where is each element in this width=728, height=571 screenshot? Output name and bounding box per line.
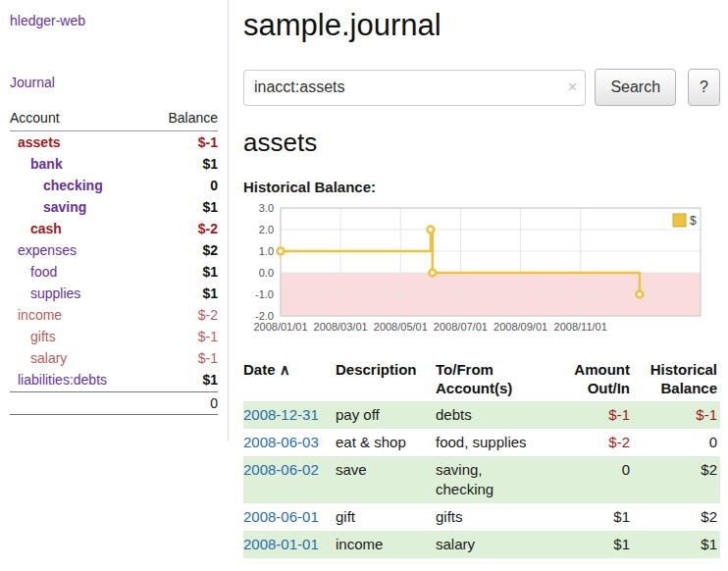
account-row-gifts: gifts$-1 (10, 326, 218, 347)
search-input[interactable] (243, 70, 586, 106)
tofrom-accounts-cell: debts (436, 401, 553, 429)
date-link[interactable]: 2008-12-31 (243, 401, 336, 429)
account-row-supplies: supplies$1 (10, 283, 218, 304)
chart-title: Historical Balance: (243, 179, 720, 195)
svg-text:2008/05/01: 2008/05/01 (374, 321, 428, 333)
chart-data-point (428, 227, 435, 234)
description-cell: pay off (336, 401, 436, 429)
amount-cell: $1 (553, 503, 630, 531)
amount-cell: $1 (553, 531, 630, 558)
tofrom-accounts-cell: salary (436, 531, 553, 558)
svg-text:0.0: 0.0 (259, 267, 274, 279)
account-balance: $-1 (198, 349, 218, 367)
account-row-checking: checking0 (10, 175, 218, 196)
column-header-to-from: To/FromAccount(s) (436, 356, 553, 401)
account-link[interactable]: income (10, 306, 62, 324)
column-header-historical: HistoricalBalance (630, 356, 720, 401)
description-cell: income (336, 531, 436, 558)
accounts-table-header: Account Balance (10, 108, 218, 131)
register-table: Date ∧DescriptionTo/FromAccount(s)Amount… (243, 356, 720, 558)
clear-search-icon[interactable]: × (567, 78, 577, 97)
account-link[interactable]: bank (10, 155, 63, 173)
main-content: sample.journal × Search ? assets Histori… (243, 0, 720, 558)
description-cell: save (336, 456, 436, 503)
brand-link[interactable]: hledger-web (10, 13, 218, 28)
nav-journal-link[interactable]: Journal (10, 75, 218, 90)
balance-chart-svg: 3.02.01.00.0-1.0-2.02008/01/012008/03/01… (243, 200, 712, 339)
search-box: × (243, 70, 586, 106)
register-row: 2008-06-01giftgifts$1$2 (243, 503, 720, 531)
account-balance: $1 (202, 263, 218, 281)
accounts-table: Account Balance assets$-1bank$1checking0… (10, 108, 218, 415)
chart-data-point (637, 291, 644, 298)
account-link[interactable]: supplies (10, 285, 80, 302)
register-row: 2008-06-02savesaving, checking0$2 (243, 456, 720, 503)
account-link[interactable]: saving (10, 198, 86, 216)
accounts-total-row: 0 (10, 391, 218, 415)
account-balance: $-2 (198, 220, 218, 237)
description-cell: gift (336, 503, 436, 531)
svg-text:2008/11/01: 2008/11/01 (554, 321, 607, 333)
account-balance: $-1 (198, 133, 218, 151)
account-column-header: Account (10, 110, 60, 126)
account-row-saving: saving$1 (10, 196, 218, 218)
account-balance: $2 (202, 241, 218, 259)
account-balance: $1 (202, 285, 218, 302)
account-row-income: income$-2 (10, 304, 218, 326)
account-balance: $1 (202, 155, 218, 173)
account-link[interactable]: liabilities:debts (10, 371, 107, 389)
page-title: sample.journal (243, 8, 720, 43)
balance-cell: $1 (630, 531, 720, 558)
sidebar: hledger-web Journal Account Balance asse… (0, 0, 229, 441)
account-link[interactable]: assets (10, 133, 61, 151)
account-link[interactable]: salary (10, 349, 67, 367)
description-cell: eat & shop (336, 429, 436, 456)
legend-swatch-icon (673, 214, 686, 227)
svg-text:2008/01/01: 2008/01/01 (253, 321, 307, 333)
column-header-date[interactable]: Date ∧ (243, 356, 336, 401)
amount-cell: $-2 (553, 429, 630, 456)
account-row-assets: assets$-1 (10, 131, 218, 153)
svg-text:2008/09/01: 2008/09/01 (494, 321, 547, 333)
svg-text:2008/07/01: 2008/07/01 (434, 321, 488, 333)
account-link[interactable]: gifts (10, 328, 56, 345)
svg-text:1.0: 1.0 (259, 245, 274, 257)
date-link[interactable]: 2008-01-01 (243, 531, 336, 558)
accounts-list: assets$-1bank$1checking0saving$1cash$-2e… (10, 131, 218, 390)
account-row-salary: salary$-1 (10, 347, 218, 369)
account-link[interactable]: checking (10, 177, 103, 194)
search-bar: × Search ? (243, 69, 720, 106)
account-heading: assets (243, 128, 720, 158)
account-row-liabilities-debts: liabilities:debts$1 (10, 369, 218, 390)
svg-text:2.0: 2.0 (259, 224, 274, 235)
account-link[interactable]: expenses (10, 241, 77, 259)
balance-cell: $2 (630, 503, 720, 531)
chart-data-point (429, 270, 436, 277)
register-row: 2008-12-31pay offdebts$-1$-1 (243, 401, 720, 429)
balance-cell: $2 (630, 456, 720, 503)
total-balance: 0 (210, 395, 218, 411)
balance-column-header: Balance (168, 110, 218, 126)
search-button[interactable]: Search (595, 69, 676, 106)
legend-label: $ (690, 214, 697, 228)
column-header-amount: AmountOut/In (553, 356, 630, 401)
date-link[interactable]: 2008-06-03 (243, 429, 336, 456)
account-balance: $-1 (198, 328, 218, 345)
account-link[interactable]: food (10, 263, 57, 281)
sort-ascending-icon: ∧ (276, 361, 290, 378)
account-row-expenses: expenses$2 (10, 239, 218, 261)
help-button[interactable]: ? (688, 69, 720, 106)
date-link[interactable]: 2008-06-02 (243, 456, 336, 503)
balance-cell: $-1 (630, 401, 720, 429)
date-link[interactable]: 2008-06-01 (243, 503, 336, 531)
account-link[interactable]: cash (10, 220, 62, 237)
account-row-food: food$1 (10, 261, 218, 283)
svg-text:3.0: 3.0 (259, 202, 274, 214)
tofrom-accounts-cell: saving, checking (436, 456, 553, 503)
balance-cell: 0 (630, 429, 720, 456)
account-balance: $-2 (198, 306, 218, 324)
amount-cell: 0 (553, 456, 630, 503)
tofrom-accounts-cell: gifts (436, 503, 553, 531)
tofrom-accounts-cell: food, supplies (436, 429, 553, 456)
chart-data-point (278, 248, 285, 255)
